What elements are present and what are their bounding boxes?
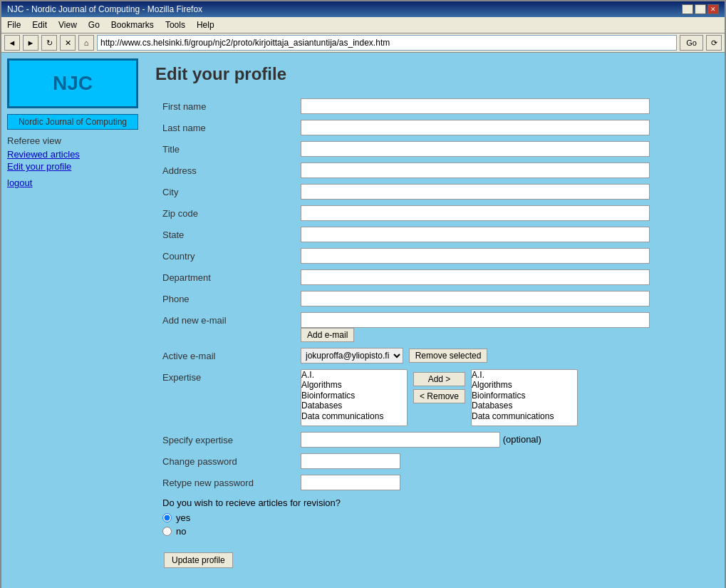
menu-tools[interactable]: Tools	[160, 19, 191, 31]
revision-no-radio[interactable]	[162, 527, 172, 536]
revision-field: Do you wish to recieve articles for revi…	[155, 493, 713, 544]
specify-expertise-input[interactable]	[301, 432, 500, 448]
expertise-option-right-0[interactable]: A.I.	[472, 370, 577, 380]
first-name-input[interactable]	[301, 98, 650, 114]
refresh-button[interactable]: ⟳	[706, 35, 722, 51]
expertise-option-left-0[interactable]: A.I.	[301, 370, 407, 380]
phone-input[interactable]	[301, 291, 650, 306]
maximize-button[interactable]: □	[695, 4, 706, 14]
update-field: Update profile	[155, 544, 713, 577]
zip-code-input[interactable]	[301, 205, 650, 221]
state-row: State	[155, 224, 713, 245]
menu-view[interactable]: View	[53, 19, 83, 31]
sidebar-logout-link[interactable]: logout	[7, 177, 138, 188]
address-label: Address	[155, 160, 298, 181]
expertise-label: Expertise	[155, 366, 298, 429]
city-field	[298, 181, 713, 202]
department-row: Department	[155, 267, 713, 288]
optional-label: (optional)	[503, 434, 541, 445]
back-button[interactable]: ◄	[4, 35, 20, 51]
expertise-option-left-2[interactable]: Bioinformatics	[301, 391, 407, 401]
menu-bookmarks[interactable]: Bookmarks	[105, 19, 160, 31]
expertise-add-button[interactable]: Add >	[413, 372, 465, 386]
city-row: City	[155, 181, 713, 202]
menu-edit[interactable]: Edit	[26, 19, 53, 31]
last-name-input[interactable]	[301, 120, 650, 135]
reload-button[interactable]: ↻	[41, 35, 57, 51]
menu-help[interactable]: Help	[191, 19, 220, 31]
phone-field	[298, 288, 713, 309]
title-row: Title	[155, 138, 713, 160]
stop-button[interactable]: ✕	[60, 35, 76, 51]
add-email-field: Add e-mail	[298, 309, 713, 345]
main-content: Edit your profile First name Last name	[144, 53, 725, 588]
sidebar-link-edit-profile[interactable]: Edit your profile	[7, 161, 138, 172]
phone-label: Phone	[155, 288, 298, 309]
home-button[interactable]: ⌂	[78, 35, 94, 51]
page-title: Edit your profile	[155, 64, 713, 84]
update-profile-button[interactable]: Update profile	[164, 552, 233, 568]
title-field	[298, 138, 713, 160]
specify-expertise-label: Specify expertise	[155, 429, 298, 450]
expertise-option-left-3[interactable]: Databases	[301, 401, 407, 411]
expertise-option-left-1[interactable]: Algorithms	[301, 380, 407, 390]
phone-row: Phone	[155, 288, 713, 309]
revision-yes-radio[interactable]	[162, 513, 172, 522]
first-name-field	[298, 96, 713, 117]
address-input[interactable]	[301, 163, 650, 178]
go-button[interactable]: Go	[680, 35, 703, 51]
close-button[interactable]: ✕	[707, 4, 719, 14]
remove-selected-button[interactable]: Remove selected	[409, 349, 488, 363]
active-email-row: Active e-mail jokuproffa@yliopisto.fi Re…	[155, 345, 713, 366]
title-input[interactable]	[301, 141, 650, 157]
revision-row: Do you wish to recieve articles for revi…	[155, 493, 713, 544]
menu-go[interactable]: Go	[83, 19, 105, 31]
expertise-option-right-1[interactable]: Algorithms	[472, 380, 577, 390]
sidebar-nav-header: Nordic Journal of Computing	[7, 114, 138, 130]
update-row: Update profile	[155, 544, 713, 577]
expertise-remove-button[interactable]: < Remove	[413, 389, 465, 403]
active-email-select[interactable]: jokuproffa@yliopisto.fi	[301, 348, 403, 363]
window-controls: _ □ ✕	[682, 4, 719, 14]
retype-password-field	[298, 472, 713, 493]
toolbar: ◄ ► ↻ ✕ ⌂ Go ⟳	[1, 33, 725, 53]
last-name-row: Last name	[155, 117, 713, 138]
department-input[interactable]	[301, 269, 650, 285]
last-name-label: Last name	[155, 117, 298, 138]
change-password-label: Change password	[155, 450, 298, 472]
last-name-field	[298, 117, 713, 138]
change-password-input[interactable]	[301, 453, 400, 469]
add-email-row: Add new e-mail Add e-mail	[155, 309, 713, 345]
change-password-field	[298, 450, 713, 472]
expertise-option-left-4[interactable]: Data communications	[301, 411, 407, 421]
add-email-button[interactable]: Add e-mail	[301, 328, 354, 342]
forward-button[interactable]: ►	[23, 35, 38, 51]
city-input[interactable]	[301, 184, 650, 200]
browser-window: NJC - Nordic Journal of Computing - Mozi…	[0, 0, 726, 588]
specify-expertise-row: Specify expertise (optional)	[155, 429, 713, 450]
city-label: City	[155, 181, 298, 202]
active-email-label: Active e-mail	[155, 345, 298, 366]
revision-question: Do you wish to recieve articles for revi…	[162, 497, 706, 508]
sidebar-link-reviewed-articles[interactable]: Reviewed articles	[7, 149, 138, 160]
title-bar: NJC - Nordic Journal of Computing - Mozi…	[1, 1, 725, 17]
revision-yes-label: yes	[176, 512, 190, 523]
minimize-button[interactable]: _	[682, 4, 693, 14]
address-input[interactable]	[97, 35, 677, 51]
department-field	[298, 267, 713, 288]
zip-code-row: Zip code	[155, 202, 713, 224]
expertise-option-right-3[interactable]: Databases	[472, 401, 577, 411]
retype-password-input[interactable]	[301, 475, 400, 490]
sidebar: NJC Nordic Journal of Computing Referee …	[1, 53, 144, 588]
state-input[interactable]	[301, 227, 650, 242]
menu-file[interactable]: File	[1, 19, 26, 31]
sidebar-section-title: Referee view	[7, 135, 138, 146]
expertise-option-right-4[interactable]: Data communications	[472, 411, 577, 421]
active-email-field: jokuproffa@yliopisto.fi Remove selected	[298, 345, 713, 366]
country-row: Country	[155, 245, 713, 267]
country-input[interactable]	[301, 248, 650, 264]
new-email-input[interactable]	[301, 312, 650, 328]
expertise-list-right[interactable]: A.I. Algorithms Bioinformatics Databases…	[471, 369, 578, 426]
expertise-option-right-2[interactable]: Bioinformatics	[472, 391, 577, 401]
expertise-list-left[interactable]: A.I. Algorithms Bioinformatics Databases…	[301, 369, 408, 426]
